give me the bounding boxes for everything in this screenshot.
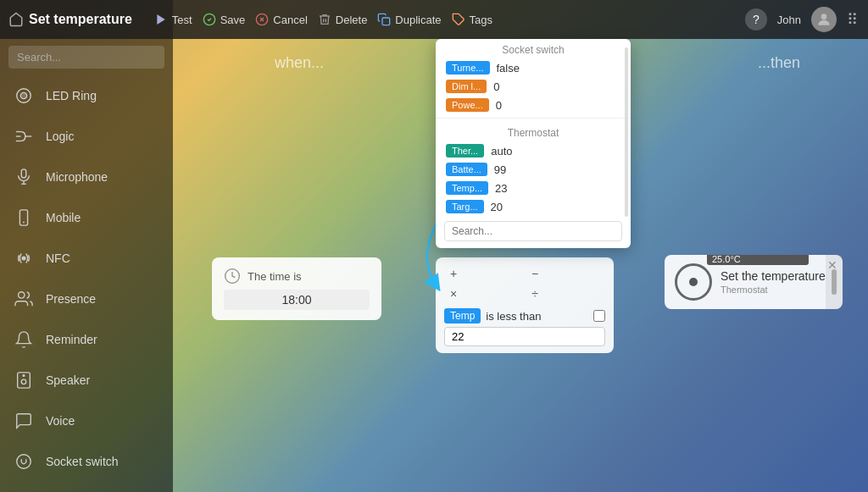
dd-value-power: 0: [496, 99, 502, 112]
dd-row-temp[interactable]: Temp... 23: [436, 179, 631, 197]
dd-tag-batt: Batte...: [446, 163, 487, 176]
play-icon: [154, 13, 168, 26]
sidebar-item-voice[interactable]: Voice: [0, 401, 173, 441]
sidebar-item-socket-switch[interactable]: Socket switch: [0, 441, 173, 482]
delete-button[interactable]: Delete: [318, 13, 368, 26]
thermo-slider[interactable]: [826, 255, 843, 309]
search-input[interactable]: [8, 46, 164, 69]
thermo-text: Set the temperature Thermostat: [721, 269, 826, 295]
sidebar-item-microphone[interactable]: Microphone: [0, 157, 173, 197]
tags-button[interactable]: Tags: [452, 13, 492, 26]
sidebar: LED Ring Logic Microphone Mobile NFC Pre…: [0, 0, 173, 492]
clock-icon: [224, 268, 241, 285]
dd-tag-turn: Turne...: [446, 61, 490, 75]
logic-icon: [12, 124, 36, 148]
dd-value-temp: 23: [495, 182, 507, 195]
thermo-sublabel: Thermostat: [721, 285, 826, 295]
sidebar-item-reminder[interactable]: Reminder: [0, 319, 173, 360]
slider-thumb[interactable]: [832, 269, 837, 295]
reminder-icon: [12, 328, 36, 351]
cond-checkbox[interactable]: [593, 310, 605, 322]
dd-row-dim[interactable]: Dim l... 0: [436, 77, 631, 96]
sidebar-item-led-ring[interactable]: LED Ring: [0, 75, 173, 116]
topbar-right: ? John ⠿: [745, 7, 860, 32]
sidebar-item-label: Microphone: [46, 170, 108, 184]
speaker-icon: [12, 368, 36, 392]
dd-value-turn: false: [497, 62, 520, 75]
sidebar-item-nfc[interactable]: NFC: [0, 238, 173, 279]
tag-icon: [452, 13, 465, 26]
test-button[interactable]: Test: [154, 13, 192, 26]
dd-value-ther: auto: [491, 145, 512, 158]
svg-point-9: [20, 92, 26, 98]
time-card: The time is 18:00: [212, 257, 381, 320]
svg-rect-5: [382, 18, 390, 25]
dd-value-dim: 0: [493, 80, 499, 93]
sidebar-item-label: Voice: [46, 414, 75, 428]
thermo-knob[interactable]: [675, 263, 712, 301]
svg-point-23: [23, 375, 25, 377]
svg-point-24: [17, 455, 31, 469]
cond-text: is less than: [486, 310, 541, 323]
nfc-icon: [12, 246, 36, 270]
thermo-card: 25.0°C Set the temperature Thermostat ✕: [665, 255, 843, 309]
dd-value-targ: 20: [491, 201, 503, 213]
dd-tag-dim: Dim l...: [446, 80, 487, 93]
sidebar-item-presence[interactable]: Presence: [0, 279, 173, 319]
user-name[interactable]: John: [777, 14, 801, 26]
condition-card: + − × ÷ Temp is less than: [436, 257, 614, 353]
sidebar-item-label: Logic: [46, 130, 74, 143]
socket-switch-icon: [12, 450, 36, 473]
dd-row-batt[interactable]: Batte... 99: [436, 160, 631, 179]
sidebar-item-label: Mobile: [46, 211, 81, 224]
sidebar-item-label: Reminder: [46, 333, 97, 346]
cond-op-divide[interactable]: ÷: [526, 285, 544, 303]
user-avatar[interactable]: [811, 7, 837, 32]
cond-op-multiply[interactable]: ×: [444, 285, 463, 303]
dropdown-scrollbar[interactable]: [625, 47, 628, 217]
dd-row-turn[interactable]: Turne... false: [436, 58, 631, 77]
socket-switch-section-label: Socket switch: [436, 39, 631, 58]
sidebar-item-mobile[interactable]: Mobile: [0, 197, 173, 238]
dd-row-ther[interactable]: Ther... auto: [436, 141, 631, 160]
sidebar-item-thermostat[interactable]: Thermostat: [0, 482, 173, 492]
svg-point-22: [21, 379, 26, 384]
microphone-icon: [12, 165, 36, 189]
then-label: ...then: [758, 54, 800, 72]
dropdown-search-input[interactable]: [444, 221, 622, 241]
dd-row-targ[interactable]: Targ... 20: [436, 197, 631, 216]
dd-tag-ther: Ther...: [446, 144, 484, 158]
cond-op-plus[interactable]: +: [444, 264, 463, 283]
sidebar-item-label: NFC: [46, 252, 70, 265]
save-button[interactable]: Save: [203, 13, 246, 26]
home-icon: [8, 12, 24, 27]
check-icon: [203, 13, 216, 26]
dd-tag-power: Powe...: [446, 98, 489, 112]
cond-row: Temp is less than: [444, 308, 605, 323]
help-button[interactable]: ?: [745, 8, 767, 30]
cond-tag[interactable]: Temp: [444, 308, 481, 323]
thermo-badge: 25.0°C: [707, 255, 809, 265]
presence-icon: [12, 287, 36, 311]
thermostat-section-label: Thermostat: [436, 122, 631, 141]
dd-row-power[interactable]: Powe... 0: [436, 96, 631, 114]
cond-op-minus[interactable]: −: [526, 264, 544, 283]
voice-icon: [12, 409, 36, 433]
time-card-value: 18:00: [224, 290, 370, 310]
cond-value-input[interactable]: [444, 327, 605, 346]
led-ring-icon: [12, 84, 36, 108]
cancel-button[interactable]: Cancel: [255, 13, 307, 26]
sidebar-item-logic[interactable]: Logic: [0, 116, 173, 157]
thermo-knob-dot: [689, 278, 698, 286]
svg-point-19: [22, 257, 25, 260]
svg-rect-14: [21, 169, 26, 178]
sidebar-item-speaker[interactable]: Speaker: [0, 360, 173, 401]
duplicate-button[interactable]: Duplicate: [377, 13, 441, 26]
dd-value-batt: 99: [494, 163, 506, 176]
dd-tag-targ: Targ...: [446, 200, 484, 213]
mobile-icon: [12, 206, 36, 229]
copy-icon: [377, 13, 391, 26]
dropdown-overlay: Socket switch Turne... false Dim l... 0 …: [436, 39, 631, 248]
when-label: when...: [275, 54, 324, 72]
apps-button[interactable]: ⠿: [847, 10, 860, 29]
